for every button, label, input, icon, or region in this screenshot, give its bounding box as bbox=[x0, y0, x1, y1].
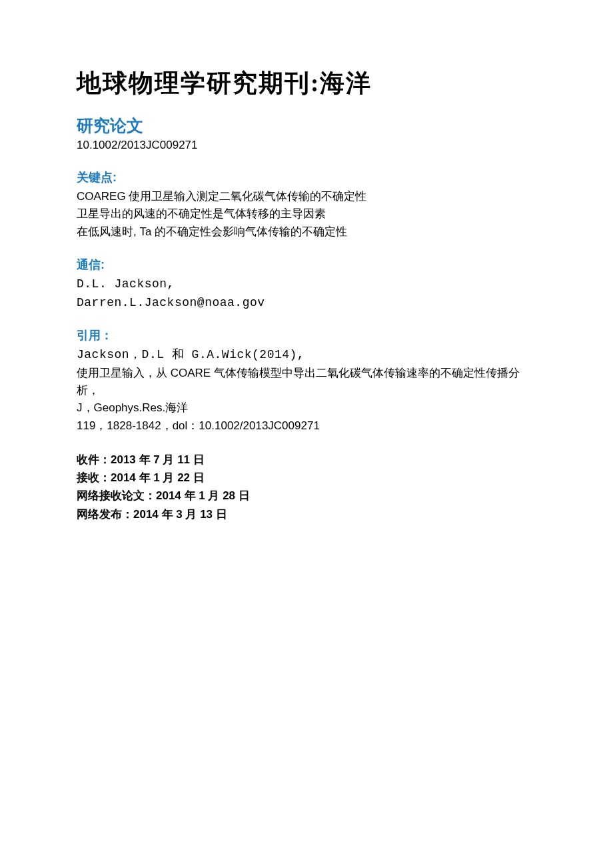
correspondence-block: D.L. Jackson, Darren.L.Jackson@noaa.gov bbox=[77, 275, 536, 313]
date-received-label: 收件： bbox=[77, 453, 111, 466]
keypoint-item: COAREG 使用卫星输入测定二氧化碳气体传输的不确定性 bbox=[77, 188, 536, 205]
date-accepted: 接收：2014 年 1 月 22 日 bbox=[77, 469, 536, 487]
doi-number: 10.1002/2013JC009271 bbox=[77, 139, 536, 152]
citation-authors: Jackson，D.L 和 G.A.Wick(2014), bbox=[77, 346, 536, 365]
date-published-online-value: 2014 年 3 月 13 日 bbox=[133, 508, 227, 521]
date-published-online-label: 网络发布： bbox=[77, 508, 133, 521]
citation-block: Jackson，D.L 和 G.A.Wick(2014), 使用卫星输入，从 C… bbox=[77, 346, 536, 435]
date-received-value: 2013 年 7 月 11 日 bbox=[111, 453, 205, 466]
keypoint-item: 卫星导出的风速的不确定性是气体转移的主导因素 bbox=[77, 205, 536, 223]
date-accepted-online: 网络接收论文：2014 年 1 月 28 日 bbox=[77, 487, 536, 505]
citation-vol-pages-doi: 119，1828-1842，dol：10.1002/2013JC009271 bbox=[77, 417, 536, 435]
journal-title: 地球物理学研究期刊:海洋 bbox=[77, 67, 536, 100]
keypoint-item: 在低风速时, Ta 的不确定性会影响气体传输的不确定性 bbox=[77, 223, 536, 241]
citation-title: 使用卫星输入，从 COARE 气体传输模型中导出二氧化碳气体传输速率的不确定性传… bbox=[77, 365, 536, 400]
keypoints-heading: 关键点: bbox=[77, 169, 536, 185]
date-published-online: 网络发布：2014 年 3 月 13 日 bbox=[77, 505, 536, 523]
citation-heading: 引用： bbox=[77, 327, 536, 343]
citation-journal-ref: J，Geophys.Res.海洋 bbox=[77, 399, 536, 417]
date-accepted-online-value: 2014 年 1 月 28 日 bbox=[156, 489, 250, 502]
date-accepted-value: 2014 年 1 月 22 日 bbox=[111, 471, 205, 484]
keypoints-block: COAREG 使用卫星输入测定二氧化碳气体传输的不确定性 卫星导出的风速的不确定… bbox=[77, 188, 536, 241]
correspondence-name: D.L. Jackson, bbox=[77, 275, 536, 294]
date-accepted-label: 接收： bbox=[77, 471, 111, 484]
dates-block: 收件：2013 年 7 月 11 日 接收：2014 年 1 月 22 日 网络… bbox=[77, 451, 536, 523]
date-accepted-online-label: 网络接收论文： bbox=[77, 489, 156, 502]
article-type-heading: 研究论文 bbox=[77, 115, 536, 137]
correspondence-email: Darren.L.Jackson@noaa.gov bbox=[77, 294, 536, 313]
correspondence-heading: 通信: bbox=[77, 257, 536, 273]
date-received: 收件：2013 年 7 月 11 日 bbox=[77, 451, 536, 469]
